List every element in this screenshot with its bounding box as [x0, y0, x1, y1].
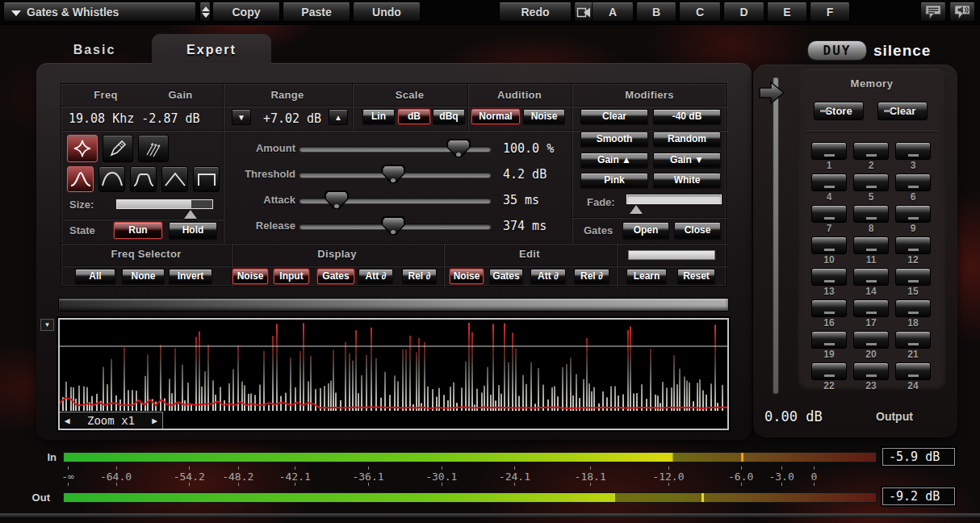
- range-decrease-button[interactable]: ▼: [232, 109, 251, 125]
- amount-slider-thumb[interactable]: [446, 139, 471, 157]
- preset-spinner[interactable]: [199, 2, 211, 22]
- scale-db-button[interactable]: dB: [398, 109, 430, 124]
- memory-slot-button[interactable]: [811, 142, 847, 160]
- spin-up-icon[interactable]: [202, 6, 210, 11]
- memory-slot-button[interactable]: [853, 299, 889, 317]
- gates-close-button[interactable]: Close: [674, 222, 721, 239]
- memory-slot-number: 19: [811, 349, 847, 359]
- edit-noise-button[interactable]: Noise: [450, 269, 484, 284]
- audio-help-button[interactable]: [949, 2, 975, 22]
- tab-expert[interactable]: Expert: [152, 34, 271, 66]
- memory-slot-button[interactable]: [895, 174, 931, 191]
- memory-slot-led: [824, 280, 835, 282]
- modifier-minus40-button[interactable]: -40 dB: [653, 109, 721, 124]
- memory-slot-button[interactable]: [853, 205, 889, 223]
- scale-lin-button[interactable]: Lin: [362, 109, 395, 124]
- range-increase-button[interactable]: ▲: [329, 109, 348, 125]
- modifier-smooth-button[interactable]: Smooth: [580, 132, 648, 147]
- memory-slot-button[interactable]: [895, 236, 931, 254]
- display-gates-button[interactable]: Gates: [317, 269, 354, 284]
- edit-attack-button[interactable]: Att ∂: [530, 269, 566, 284]
- memory-slot-number: 2: [853, 160, 889, 170]
- copy-button[interactable]: Copy: [212, 2, 280, 22]
- freq-select-invert-button[interactable]: Invert: [169, 269, 212, 284]
- output-fader-thumb[interactable]: [758, 81, 785, 105]
- memory-slot-button[interactable]: [895, 331, 931, 349]
- memory-slot-number: 10: [811, 254, 847, 265]
- waveform-scrollbar[interactable]: [58, 298, 729, 312]
- undo-button[interactable]: Undo: [353, 2, 421, 22]
- memory-slot-led: [908, 186, 919, 188]
- memory-slot-button[interactable]: [895, 299, 931, 317]
- memory-slot-led: [824, 217, 835, 220]
- bank-c-button[interactable]: C: [679, 2, 721, 22]
- paste-button[interactable]: Paste: [283, 2, 350, 22]
- memory-slot-button[interactable]: [811, 236, 847, 254]
- freq-select-none-button[interactable]: None: [122, 269, 165, 284]
- memory-store-button[interactable]: Store: [814, 102, 864, 120]
- gates-open-button[interactable]: Open: [622, 222, 669, 239]
- freq-select-all-button[interactable]: All: [75, 269, 115, 284]
- memory-slot-led: [866, 374, 877, 377]
- display-noise-button[interactable]: Noise: [232, 269, 268, 284]
- modifier-gain-up-button[interactable]: Gain ▲: [580, 153, 648, 168]
- memory-clear-button[interactable]: Clear: [877, 102, 928, 120]
- zoom-out-arrow[interactable]: ◀: [65, 416, 70, 426]
- memory-slot-button[interactable]: [853, 236, 889, 254]
- audition-noise-button[interactable]: Noise: [523, 109, 565, 124]
- edit-gates-button[interactable]: Gates: [489, 269, 523, 284]
- release-slider-thumb[interactable]: [381, 216, 405, 235]
- display-collapse-button[interactable]: ▼: [40, 319, 54, 331]
- waveform-display[interactable]: ◀ Zoom x1 ▶: [58, 318, 729, 430]
- bank-e-button[interactable]: E: [767, 2, 807, 22]
- audition-normal-button[interactable]: Normal: [471, 109, 520, 124]
- fade-slider-thumb[interactable]: [630, 205, 643, 214]
- tab-basic[interactable]: Basic: [50, 37, 139, 63]
- memory-slot-button[interactable]: [895, 268, 931, 286]
- memory-slot-button[interactable]: [895, 142, 931, 160]
- zoom-in-arrow[interactable]: ▶: [152, 416, 157, 426]
- memory-slot: 16: [811, 299, 847, 328]
- bank-f-button[interactable]: F: [810, 2, 850, 22]
- store-label: Store: [825, 105, 852, 117]
- memory-slot-button[interactable]: [895, 205, 931, 223]
- memory-slot-button[interactable]: [811, 299, 847, 317]
- modifier-random-button[interactable]: Random: [653, 132, 721, 147]
- reset-button[interactable]: Reset: [677, 269, 715, 284]
- memory-slot-button[interactable]: [811, 205, 847, 223]
- memory-slot-button[interactable]: [895, 362, 931, 380]
- top-toolbar: Gates & Whistles Copy Paste Undo Redo A …: [0, 0, 980, 25]
- memory-slot-button[interactable]: [811, 331, 847, 349]
- bank-a-button[interactable]: A: [592, 2, 634, 22]
- modifier-pink-button[interactable]: Pink: [580, 173, 648, 188]
- bank-d-button[interactable]: D: [723, 2, 764, 22]
- modifier-gain-down-button[interactable]: Gain ▼: [653, 153, 721, 168]
- duy-logo: DUY: [807, 40, 867, 61]
- memory-slot-button[interactable]: [853, 331, 889, 349]
- modifier-white-button[interactable]: White: [653, 173, 721, 188]
- modifier-clear-button[interactable]: Clear: [580, 109, 648, 124]
- learn-button[interactable]: Learn: [626, 269, 667, 284]
- memory-slot-button[interactable]: [853, 142, 889, 160]
- output-fader-track[interactable]: [773, 77, 778, 394]
- display-attack-button[interactable]: Att ∂: [358, 269, 393, 284]
- scale-dbq-button[interactable]: dBq: [433, 109, 465, 124]
- memory-slot-button[interactable]: [811, 362, 847, 380]
- attack-slider-thumb[interactable]: [325, 190, 349, 209]
- bank-b-button[interactable]: B: [636, 2, 676, 22]
- keyboard-help-button[interactable]: [920, 2, 946, 22]
- spin-down-icon[interactable]: [202, 13, 210, 18]
- display-input-button[interactable]: Input: [274, 269, 309, 284]
- memory-slot-button[interactable]: [811, 174, 847, 191]
- memory-slot-button[interactable]: [853, 362, 889, 380]
- redo-button[interactable]: Redo: [499, 2, 572, 22]
- memory-slot-button[interactable]: [853, 174, 889, 191]
- display-release-button[interactable]: Rel ∂: [402, 269, 437, 284]
- memory-transfer-button[interactable]: [574, 2, 593, 22]
- memory-slot-button[interactable]: [853, 268, 889, 286]
- threshold-slider-thumb[interactable]: [381, 165, 405, 183]
- preset-selector[interactable]: Gates & Whistles: [3, 2, 196, 22]
- edit-release-button[interactable]: Rel ∂: [574, 269, 609, 284]
- memory-slot-button[interactable]: [811, 268, 847, 286]
- fade-slider-track[interactable]: [626, 195, 722, 204]
